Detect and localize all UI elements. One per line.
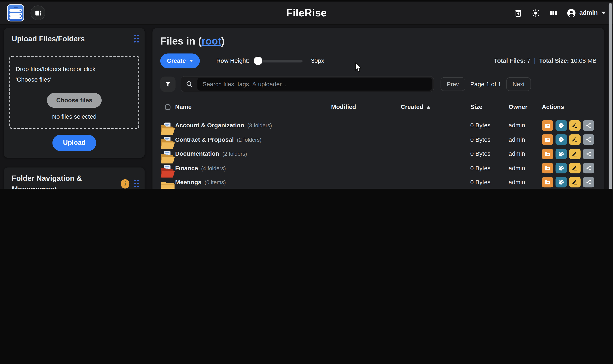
rename-button[interactable]	[569, 134, 581, 145]
row-actions	[542, 134, 597, 145]
window-scrollbar[interactable]	[609, 3, 612, 189]
prev-page-button[interactable]: Prev	[441, 77, 465, 91]
user-menu[interactable]: admin	[567, 8, 606, 17]
share-button[interactable]	[583, 163, 594, 173]
files-panel: Files in (root) Create Row Height: 30px …	[153, 28, 604, 189]
totals-summary: Total Files: 7|Total Size: 10.08 MB	[494, 57, 597, 64]
pencil-line-icon	[572, 137, 578, 143]
info-icon[interactable]: i	[121, 179, 129, 188]
create-button[interactable]: Create	[160, 53, 200, 68]
rename-button[interactable]	[569, 120, 581, 131]
no-files-selected-text: No files selected	[16, 113, 133, 120]
column-header-created[interactable]: Created	[401, 104, 470, 111]
page-indicator: Page 1 of 1	[470, 80, 501, 88]
folder-arrow-icon	[544, 137, 550, 143]
share-icon	[586, 122, 592, 128]
dropzone-text-line1: Drop files/folders here or click	[16, 63, 133, 74]
rename-button[interactable]	[569, 149, 581, 159]
move-button[interactable]	[542, 177, 553, 188]
table-row: Account & Organization(3 folders)0 Bytes…	[160, 115, 597, 129]
folder-count: (2 folders)	[222, 151, 247, 157]
root-breadcrumb-link[interactable]: root	[201, 35, 221, 47]
search-row: Prev Page 1 of 1 Next	[160, 76, 597, 92]
rename-button[interactable]	[569, 177, 581, 188]
size-cell: 0 Bytes	[470, 122, 509, 129]
sidebar: Upload Files/Folders Drop files/folders …	[4, 28, 145, 189]
palette-button[interactable]	[556, 149, 567, 159]
column-header-name[interactable]: Name	[175, 104, 331, 111]
filter-funnel-icon	[165, 81, 171, 88]
choose-files-button[interactable]: Choose files	[47, 93, 102, 108]
layout-toggle-button[interactable]	[30, 5, 45, 20]
share-button[interactable]	[583, 177, 594, 188]
folder-name-link[interactable]: Meetings	[175, 179, 201, 186]
window-top-edge	[0, 0, 613, 2]
dropzone-text-line2: 'Choose files'	[16, 74, 133, 85]
table-row: Meetings(0 items)0 Bytesadmin	[160, 172, 597, 186]
palette-icon	[558, 165, 564, 171]
share-icon	[586, 151, 592, 157]
drag-handle-icon[interactable]	[134, 35, 139, 43]
select-all-checkbox[interactable]	[165, 104, 170, 110]
app-window: FileRise admin Upload Files/Folders Dr	[0, 0, 613, 189]
column-header-size[interactable]: Size	[470, 104, 509, 111]
upload-dropzone[interactable]: Drop files/folders here or click 'Choose…	[9, 56, 139, 129]
folder-name-link[interactable]: Contract & Proposal	[175, 136, 234, 143]
folder-name-link[interactable]: Finance	[175, 165, 198, 172]
filter-button[interactable]	[160, 77, 176, 92]
filerise-logo-icon[interactable]	[7, 4, 24, 21]
palette-icon	[558, 179, 564, 185]
folder-arrow-icon	[544, 179, 550, 185]
topbar: FileRise admin	[0, 2, 613, 25]
folder-name-link[interactable]: Documentation	[175, 150, 219, 157]
row-height-slider[interactable]	[255, 60, 302, 62]
folder-card-title: Folder Navigation & Management	[12, 173, 102, 189]
trash-restore-icon[interactable]	[514, 9, 522, 17]
folder-arrow-icon	[544, 151, 550, 157]
palette-button[interactable]	[556, 134, 567, 145]
palette-button[interactable]	[556, 177, 567, 188]
move-button[interactable]	[542, 163, 553, 173]
pencil-line-icon	[572, 122, 578, 128]
share-button[interactable]	[583, 149, 594, 159]
row-actions	[542, 120, 597, 131]
share-button[interactable]	[583, 134, 594, 145]
folder-count: (2 folders)	[237, 137, 262, 143]
share-icon	[586, 179, 592, 185]
palette-icon	[558, 122, 564, 128]
folder-count: (3 folders)	[247, 122, 272, 129]
size-cell: 0 Bytes	[470, 165, 509, 172]
user-avatar-icon	[567, 8, 576, 17]
folder-name-link[interactable]: Account & Organization	[175, 122, 244, 129]
table-row: Documentation(2 folders)0 Bytesadmin	[160, 143, 597, 158]
move-button[interactable]	[542, 134, 553, 145]
share-icon	[586, 137, 592, 143]
next-page-button[interactable]: Next	[506, 77, 531, 91]
palette-button[interactable]	[556, 120, 567, 131]
column-header-owner: Owner	[509, 104, 542, 111]
row-actions	[542, 163, 597, 173]
palette-button[interactable]	[556, 163, 567, 173]
column-header-modified[interactable]: Modified	[331, 104, 401, 111]
pencil-line-icon	[572, 151, 578, 157]
page-title: Files in (root)	[160, 35, 597, 47]
theme-sun-icon[interactable]	[532, 9, 540, 17]
table-row: Contract & Proposal(2 folders)0 Bytesadm…	[160, 129, 597, 143]
drag-handle-icon[interactable]	[134, 180, 139, 188]
row-height-label: Row Height:	[216, 57, 249, 64]
owner-cell: admin	[509, 150, 542, 157]
row-actions	[542, 177, 597, 188]
rename-button[interactable]	[569, 163, 581, 173]
move-button[interactable]	[542, 149, 553, 159]
share-button[interactable]	[583, 120, 594, 131]
slider-thumb[interactable]	[254, 57, 262, 65]
upload-button[interactable]: Upload	[53, 135, 96, 151]
move-button[interactable]	[542, 120, 553, 131]
search-group	[181, 76, 434, 92]
apps-grid-icon[interactable]	[549, 9, 557, 17]
pencil-line-icon	[572, 179, 578, 185]
size-cell: 0 Bytes	[470, 179, 509, 186]
search-input[interactable]	[197, 78, 432, 91]
layout-icon	[34, 9, 42, 17]
palette-icon	[558, 137, 564, 143]
